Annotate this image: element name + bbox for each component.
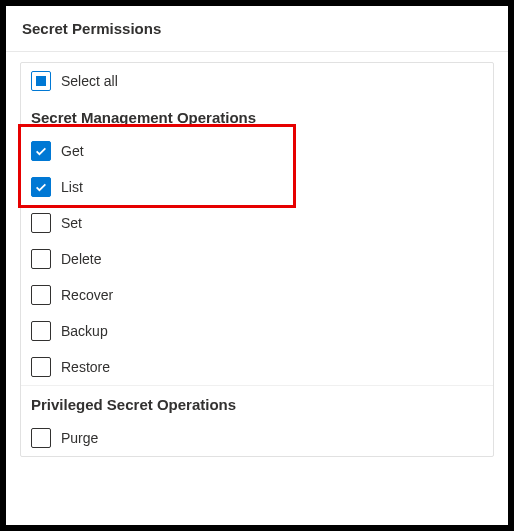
panel-header: Secret Permissions [6,6,508,52]
panel-title: Secret Permissions [22,20,492,37]
item-purge-checkbox[interactable] [31,428,51,448]
item-purge-label: Purge [61,430,98,446]
select-all-row[interactable]: Select all [21,63,493,99]
item-list-label: List [61,179,83,195]
permissions-card: Select all Secret Management Operations … [20,62,494,457]
item-restore-checkbox[interactable] [31,357,51,377]
select-all-label: Select all [61,73,118,89]
item-delete-label: Delete [61,251,101,267]
item-backup-row[interactable]: Backup [21,313,493,349]
section-management: Secret Management Operations [21,99,493,133]
item-recover-row[interactable]: Recover [21,277,493,313]
item-recover-checkbox[interactable] [31,285,51,305]
item-get-label: Get [61,143,84,159]
section-privileged-label: Privileged Secret Operations [31,396,236,413]
item-purge-row[interactable]: Purge [21,420,493,456]
item-set-label: Set [61,215,82,231]
section-privileged: Privileged Secret Operations [21,386,493,420]
item-list-checkbox[interactable] [31,177,51,197]
item-list-row[interactable]: List [21,169,493,205]
section-management-label: Secret Management Operations [31,109,256,126]
item-delete-checkbox[interactable] [31,249,51,269]
item-backup-label: Backup [61,323,108,339]
item-recover-label: Recover [61,287,113,303]
indeterminate-icon [36,76,46,86]
checkmark-icon [34,144,48,158]
item-get-checkbox[interactable] [31,141,51,161]
item-get-row[interactable]: Get [21,133,493,169]
item-restore-row[interactable]: Restore [21,349,493,385]
select-all-checkbox[interactable] [31,71,51,91]
item-set-row[interactable]: Set [21,205,493,241]
permissions-panel: Secret Permissions Select all Secret Man… [6,6,508,525]
item-set-checkbox[interactable] [31,213,51,233]
item-restore-label: Restore [61,359,110,375]
item-backup-checkbox[interactable] [31,321,51,341]
checkmark-icon [34,180,48,194]
panel-content: Select all Secret Management Operations … [6,52,508,457]
item-delete-row[interactable]: Delete [21,241,493,277]
